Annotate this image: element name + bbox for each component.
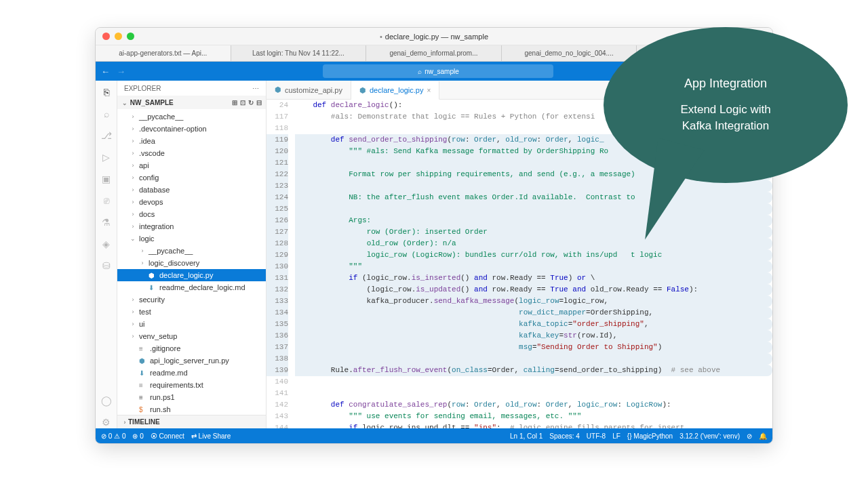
editor-area: ⬢customize_api.py⬢declare_logic.py× 2411… [267, 81, 772, 428]
refresh-icon[interactable]: ↻ [248, 99, 254, 106]
workspace-section[interactable]: ⌄ NW_SAMPLE ⊞ ⊡ ↻ ⊟ [117, 96, 266, 109]
editor-tabs: ⬢customize_api.py⬢declare_logic.py× [267, 81, 772, 100]
run-icon[interactable]: ▷ [100, 151, 113, 163]
status-item[interactable]: ⊘ [747, 432, 752, 440]
mac-tab[interactable]: ai-app-generators.txt — Api... [96, 45, 231, 61]
tree-item[interactable]: ›logic_discovery [117, 257, 266, 269]
db-icon[interactable]: ⛁ [100, 260, 113, 272]
timeline-section[interactable]: › TIMELINE [117, 415, 266, 428]
remote-icon[interactable]: ⎚ [100, 195, 113, 207]
close-icon[interactable] [102, 33, 110, 40]
docker-icon[interactable]: ◈ [100, 238, 113, 250]
status-item[interactable]: Spaces: 4 [549, 432, 579, 440]
status-item[interactable]: 🔔 [759, 432, 767, 440]
traffic-lights [102, 33, 134, 40]
close-icon[interactable]: × [427, 87, 431, 94]
status-item[interactable]: Ln 1, Col 1 [510, 432, 542, 440]
status-item[interactable]: 3.12.2 ('venv': venv) [679, 432, 740, 440]
file-tree: ›__pycache__›.devcontainer-option›.idea›… [117, 109, 266, 415]
zoom-icon[interactable] [127, 33, 134, 40]
tree-item[interactable]: ⬇readme_declare_logic.md [117, 281, 266, 293]
tree-item[interactable]: ›docs [117, 208, 266, 220]
more-icon[interactable]: ⋯ [252, 85, 259, 92]
new-folder-icon[interactable]: ⊡ [240, 99, 245, 106]
tree-item[interactable]: ›.vscode [117, 147, 266, 159]
window-title: • declare_logic.py — nw_sample [380, 33, 488, 41]
code-content[interactable]: def declare_logic(): #als: Demonstrate t… [295, 100, 772, 428]
tree-item[interactable]: ›security [117, 293, 266, 306]
status-item[interactable]: UTF-8 [587, 432, 606, 440]
tree-item[interactable]: ≡requirements.txt [117, 379, 266, 391]
search-activity-icon[interactable]: ⌕ [100, 108, 113, 120]
tree-item[interactable]: ⌄logic [117, 232, 266, 245]
mac-tab-row: ai-app-generators.txt — Api...Last login… [96, 45, 772, 62]
scm-icon[interactable]: ⎇ [100, 129, 113, 142]
mac-tab[interactable]: db.dbml — genai_demo... [637, 45, 772, 61]
tree-item[interactable]: ›api [117, 159, 266, 171]
tree-item[interactable]: ›venv_setup [117, 330, 266, 342]
activity-bar: ⎘ ⌕ ⎇ ▷ ▣ ⎚ ⚗ ◈ ⛁ ◯ ⚙ [96, 81, 117, 428]
tree-item[interactable]: ›integration [117, 220, 266, 232]
tree-item[interactable]: ≡.gitignore [117, 342, 266, 354]
command-bar: ←→ ⌕ nw_sample 👣 ▾ [96, 62, 772, 81]
status-item[interactable]: ⊘ 0 ⚠ 0 [101, 432, 125, 440]
vscode-window: • declare_logic.py — nw_sample ai-app-ge… [95, 27, 773, 444]
forward-icon: → [117, 66, 125, 77]
tree-item[interactable]: ›database [117, 184, 266, 196]
status-item[interactable]: ⇄ Live Share [191, 432, 231, 440]
collapse-icon[interactable]: ⊟ [256, 99, 262, 106]
minimize-icon[interactable] [115, 33, 122, 40]
status-item[interactable]: LF [612, 432, 620, 440]
status-item[interactable]: ⦿ Connect [151, 432, 184, 440]
tree-item[interactable]: ›.idea [117, 135, 266, 147]
titlebar: • declare_logic.py — nw_sample [96, 28, 772, 45]
status-item[interactable]: ⊛ 0 [132, 432, 143, 440]
editor-tab[interactable]: ⬢declare_logic.py× [351, 81, 439, 100]
status-item[interactable]: {} MagicPython [627, 432, 673, 440]
tree-item[interactable]: $run.sh [117, 403, 266, 415]
nav-arrows[interactable]: ←→ [101, 66, 125, 77]
gear-icon[interactable]: ⚙ [100, 416, 113, 428]
mac-tab[interactable]: Last login: Thu Nov 14 11:22... [231, 45, 367, 61]
code-area[interactable]: 2411711811912012112212312412512612712812… [267, 100, 772, 428]
editor-tab[interactable]: ⬢customize_api.py [267, 81, 351, 99]
new-file-icon[interactable]: ⊞ [232, 99, 237, 106]
explorer-header: EXPLORER ⋯ [117, 81, 266, 96]
tree-item[interactable]: ›devops [117, 196, 266, 208]
tree-item[interactable]: ›__pycache__ [117, 245, 266, 257]
status-bar: ⊘ 0 ⚠ 0⊛ 0⦿ Connect⇄ Live Share Ln 1, Co… [96, 428, 772, 443]
extensions-icon[interactable]: ▣ [100, 173, 113, 185]
back-icon: ← [101, 66, 110, 77]
tree-item[interactable]: ⬢declare_logic.py [117, 269, 266, 281]
explorer-sidebar: EXPLORER ⋯ ⌄ NW_SAMPLE ⊞ ⊡ ↻ ⊟ ›__pycach… [117, 81, 267, 428]
tree-item[interactable]: ≡run.ps1 [117, 391, 266, 403]
tree-item[interactable]: ›.devcontainer-option [117, 123, 266, 135]
search-input[interactable]: ⌕ nw_sample [323, 64, 553, 78]
tree-item[interactable]: ›ui [117, 318, 266, 330]
tree-item[interactable]: ›test [117, 306, 266, 318]
test-icon[interactable]: ⚗ [100, 216, 113, 228]
line-gutter: 2411711811912012112212312412512612712812… [267, 100, 295, 428]
tree-item[interactable]: ›__pycache__ [117, 110, 266, 123]
tree-item[interactable]: ›config [117, 171, 266, 184]
tree-item[interactable]: ⬇readme.md [117, 367, 266, 379]
explorer-icon[interactable]: ⎘ [100, 86, 113, 98]
tree-item[interactable]: ⬢api_logic_server_run.py [117, 354, 266, 367]
account-icon[interactable]: ◯ [100, 394, 113, 407]
mac-tab[interactable]: genai_demo_informal.prom... [366, 45, 502, 61]
mac-tab[interactable]: genai_demo_no_logic_004.... [502, 45, 637, 61]
account-icon[interactable]: 👣 ▾ [751, 67, 767, 76]
search-icon: ⌕ [418, 68, 422, 75]
